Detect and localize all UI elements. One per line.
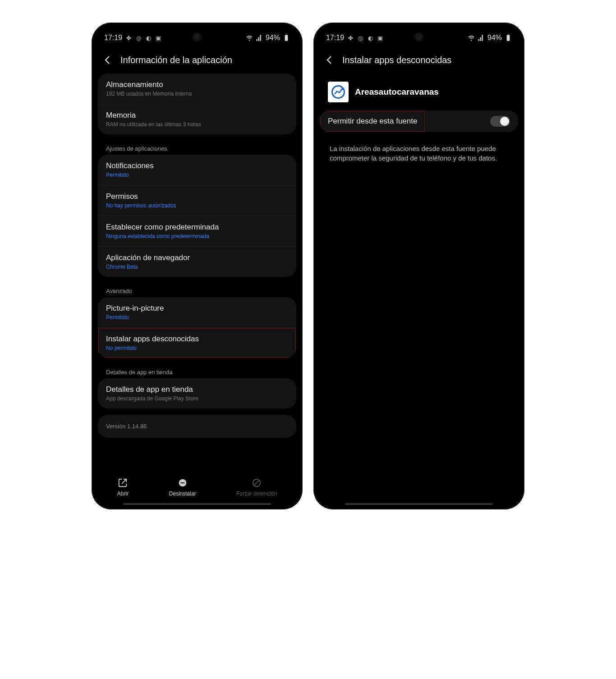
back-button[interactable] (324, 55, 335, 65)
force-stop-button: Forzar detención (236, 478, 277, 497)
allow-source-label: Permitir desde esta fuente (328, 117, 417, 125)
status-time: 17:19 (326, 34, 344, 42)
svg-rect-0 (285, 35, 288, 41)
row-permissions[interactable]: Permisos No hay permisos autorizados (98, 185, 296, 216)
minus-circle-icon (178, 478, 188, 488)
row-allow-source[interactable]: Permitir desde esta fuente (320, 110, 518, 132)
app-header: Areasautocaravanas (320, 73, 518, 110)
data-saver-icon: ◐ (145, 34, 152, 41)
back-button[interactable] (102, 55, 113, 65)
warning-text: La instalación de aplicaciones desde est… (320, 138, 518, 168)
row-default[interactable]: Establecer como predeterminada Ninguna e… (98, 216, 296, 247)
row-notifications[interactable]: Notificaciones Permitido (98, 155, 296, 185)
page-title: Instalar apps desconocidas (342, 55, 451, 65)
app-name: Areasautocaravanas (355, 87, 439, 97)
bluetooth-icon: ✤ (347, 34, 354, 41)
open-button[interactable]: Abrir (117, 478, 129, 497)
front-camera (413, 32, 425, 42)
data-saver-icon: ◐ (367, 34, 374, 41)
group-store: Detalles de app en tienda (98, 364, 296, 378)
allow-source-toggle[interactable] (490, 116, 510, 127)
instagram-icon: ◎ (357, 34, 364, 41)
block-icon (252, 478, 262, 488)
svg-rect-6 (507, 35, 510, 41)
picture-icon: ▣ (155, 34, 162, 41)
row-install-unknown[interactable]: Instalar apps desconocidas No permitido (98, 328, 296, 358)
instagram-icon: ◎ (135, 34, 142, 41)
signal-icon (256, 34, 263, 41)
battery-icon (505, 34, 512, 41)
wifi-icon (246, 34, 253, 41)
picture-icon: ▣ (377, 34, 384, 41)
svg-rect-3 (180, 482, 184, 483)
wifi-icon (468, 34, 475, 41)
group-advanced: Avanzado (98, 283, 296, 297)
phone-right: 17:19 ✤ ◎ ◐ ▣ 94% Instalar apps desconoc… (313, 23, 524, 509)
row-browser[interactable]: Aplicación de navegador Chrome Beta (98, 247, 296, 277)
bottom-actions: Abrir Desinstalar Forzar detención (92, 478, 303, 497)
signal-icon (478, 34, 485, 41)
battery-pct: 94% (266, 34, 280, 42)
status-time: 17:19 (104, 34, 122, 42)
svg-line-5 (254, 480, 260, 486)
version-label: Versión 1.14.86 (98, 415, 296, 438)
row-store-details[interactable]: Detalles de app en tienda App descargada… (98, 378, 296, 408)
row-storage[interactable]: Almacenamiento 182 MB usados en Memoria … (98, 73, 296, 104)
row-memory[interactable]: Memoria RAM no utilizada en las últimas … (98, 104, 296, 134)
bluetooth-icon: ✤ (125, 34, 132, 41)
app-icon (328, 82, 349, 102)
group-settings: Ajustes de aplicaciones (98, 141, 296, 155)
battery-icon (283, 34, 290, 41)
row-pip[interactable]: Picture-in-picture Permitido (98, 297, 296, 328)
battery-pct: 94% (487, 34, 502, 42)
page-title: Información de la aplicación (120, 55, 232, 65)
front-camera (191, 32, 203, 42)
phone-left: 17:19 ✤ ◎ ◐ ▣ 94% Información de la apli… (92, 23, 303, 509)
uninstall-button[interactable]: Desinstalar (169, 478, 196, 497)
svg-rect-7 (508, 35, 509, 36)
svg-rect-1 (286, 35, 287, 36)
open-icon (118, 478, 128, 488)
